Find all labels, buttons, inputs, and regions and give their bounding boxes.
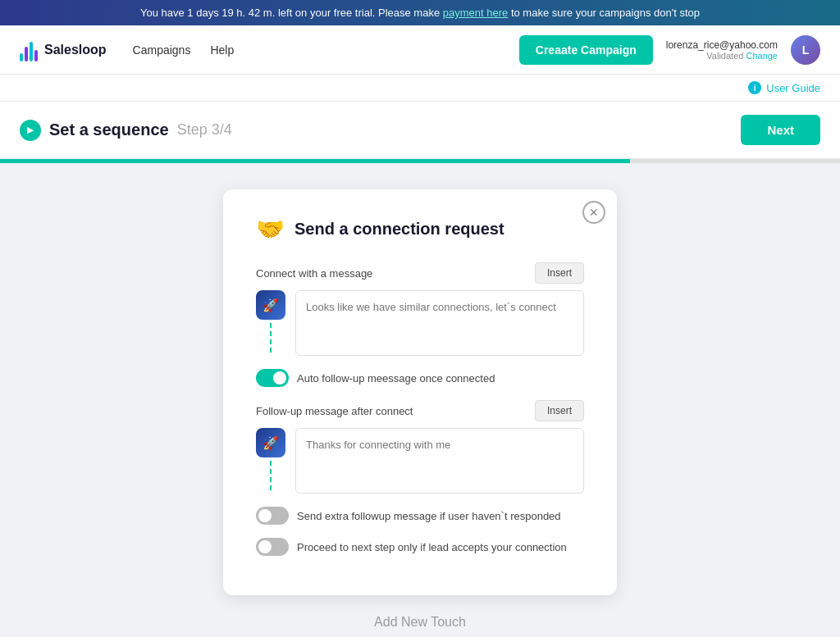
nav-campaigns[interactable]: Campaigns xyxy=(133,43,191,57)
insert-button-1[interactable]: Insert xyxy=(535,262,584,284)
user-guide-link[interactable]: i User Guide xyxy=(748,81,820,94)
navbar: Salesloop Campaigns Help Creaate Campaig… xyxy=(0,25,840,75)
proceed-toggle-row: Proceed to next step only if lead accept… xyxy=(256,538,584,556)
top-banner: You have 1 days 19 h. 42 m. left on your… xyxy=(0,0,840,25)
modal-close-button[interactable]: ✕ xyxy=(582,201,605,224)
navbar-right: Creaate Campaign lorenza_rice@yahoo.com … xyxy=(519,35,820,65)
modal-card: ✕ 🤝 Send a connection request Connect wi… xyxy=(223,189,617,595)
proceed-toggle[interactable] xyxy=(256,538,289,556)
add-new-touch-title: Add New Touch xyxy=(33,615,807,630)
user-guide-bar: i User Guide xyxy=(0,75,840,102)
connect-message-row: Connect with a message Insert xyxy=(256,262,584,284)
connector-line-1: 🚀 xyxy=(256,290,285,356)
followup-label: Follow-up message after connect xyxy=(256,405,413,417)
insert-button-2[interactable]: Insert xyxy=(535,400,584,421)
extra-followup-label: Send extra followup message if user have… xyxy=(297,510,561,522)
auto-followup-label: Auto follow-up meessage once connected xyxy=(297,372,495,384)
banner-payment-link[interactable]: payment here xyxy=(443,7,509,19)
banner-text-after: to make sure your campaigns don't stop xyxy=(511,7,700,19)
rocket-icon-1: 🚀 xyxy=(256,290,285,320)
connect-label: Connect with a message xyxy=(256,267,372,280)
nav-links: Campaigns Help xyxy=(133,43,235,57)
logo-icon xyxy=(20,39,38,61)
page-title: Set a sequence xyxy=(49,121,169,139)
user-email: lorenza_rice@yahoo.com xyxy=(666,39,778,51)
connector-line-2: 🚀 xyxy=(256,428,285,494)
extra-followup-toggle-row: Send extra followup message if user have… xyxy=(256,507,584,525)
step-label: Step 3/4 xyxy=(177,121,232,139)
create-campaign-button[interactable]: Creaate Campaign xyxy=(519,35,653,65)
logo-bar-1 xyxy=(20,53,23,61)
user-change-link[interactable]: Change xyxy=(746,51,778,61)
info-icon: i xyxy=(748,81,761,94)
auto-followup-toggle-row: Auto follow-up meessage once connected xyxy=(256,369,584,387)
extra-followup-toggle[interactable] xyxy=(256,507,289,525)
add-new-touch-section: Add New Touch ✉ Email 🚀 Profile View 🚀 P… xyxy=(20,595,820,637)
next-button[interactable]: Next xyxy=(741,115,820,145)
play-icon: ▶ xyxy=(20,120,41,141)
connect-message-textarea[interactable] xyxy=(295,290,584,356)
logo-area: Salesloop xyxy=(20,39,107,61)
handshake-icon: 🤝 xyxy=(256,216,285,243)
modal-header: 🤝 Send a connection request xyxy=(256,216,584,243)
main-content: ✕ 🤝 Send a connection request Connect wi… xyxy=(0,163,840,637)
page-title-area: ▶ Set a sequence Step 3/4 xyxy=(20,120,232,141)
user-guide-label: User Guide xyxy=(766,82,820,94)
nav-help[interactable]: Help xyxy=(210,43,234,57)
rocket-icon-2: 🚀 xyxy=(256,428,285,457)
modal-title: Send a connection request xyxy=(294,220,504,239)
user-validated: Validated Change xyxy=(666,51,778,61)
followup-message-textarea[interactable] xyxy=(295,428,584,494)
banner-text-before: You have 1 days 19 h. 42 m. left on your… xyxy=(140,7,443,19)
dashed-line-2 xyxy=(270,461,272,490)
logo-bar-3 xyxy=(30,42,33,61)
followup-textarea-area: 🚀 xyxy=(256,428,584,494)
proceed-label: Proceed to next step only if lead accept… xyxy=(297,541,567,553)
avatar: L xyxy=(791,35,820,65)
logo-bar-2 xyxy=(25,47,28,61)
auto-followup-toggle[interactable] xyxy=(256,369,289,387)
page-header: ▶ Set a sequence Step 3/4 Next xyxy=(0,102,840,159)
logo-text: Salesloop xyxy=(44,43,107,57)
followup-message-row: Follow-up message after connect Insert xyxy=(256,400,584,421)
logo-bar-4 xyxy=(34,50,38,61)
connect-textarea-area: 🚀 xyxy=(256,290,584,356)
user-info: lorenza_rice@yahoo.com Validated Change xyxy=(666,39,778,61)
dashed-line-1 xyxy=(270,323,272,353)
